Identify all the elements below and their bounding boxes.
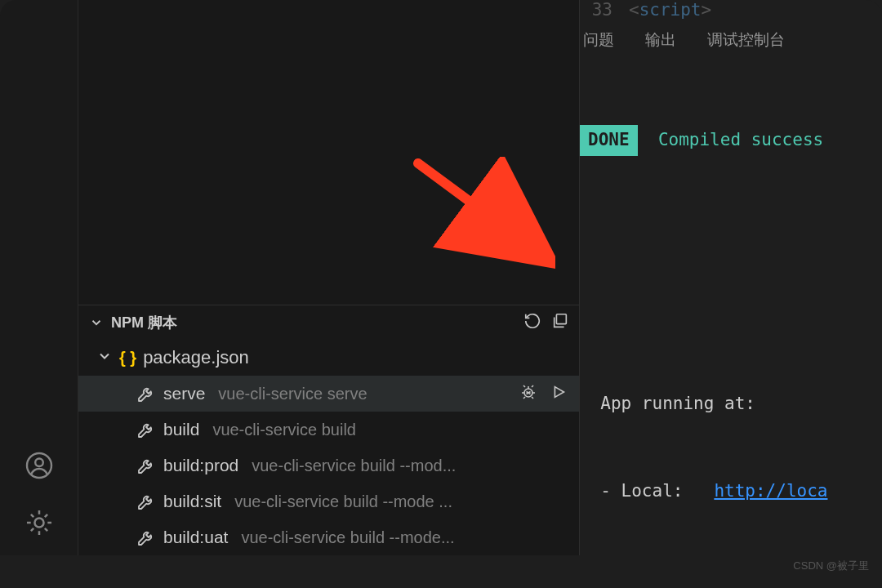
- local-url[interactable]: http://loca: [714, 481, 827, 501]
- json-icon: { }: [119, 349, 136, 368]
- collapse-all-icon[interactable]: [551, 312, 569, 334]
- package-json-file[interactable]: { } package.json: [78, 340, 579, 376]
- script-row-build-sit[interactable]: build:sitvue-cli-service build --mode ..…: [78, 483, 579, 519]
- wrench-icon: [136, 383, 157, 404]
- script-row-build-prod[interactable]: build:prodvue-cli-service build --mod...: [78, 448, 579, 483]
- script-row-build[interactable]: buildvue-cli-service build: [78, 412, 579, 448]
- explorer-empty: [78, 0, 579, 305]
- terminal-output: DONE Compiled success App running at: - …: [580, 60, 882, 555]
- svg-point-2: [34, 518, 43, 527]
- wrench-icon: [136, 419, 157, 440]
- done-badge: DONE: [580, 125, 638, 156]
- debug-icon[interactable]: [519, 382, 538, 406]
- npm-panel-title: NPM 脚本: [111, 313, 517, 332]
- chevron-down-icon: [96, 348, 113, 368]
- app-running-label: App running at:: [600, 394, 755, 413]
- script-name: build:uat: [163, 528, 228, 547]
- tab-output[interactable]: 输出: [645, 29, 676, 51]
- script-name: build: [163, 420, 199, 439]
- svg-point-1: [35, 458, 43, 466]
- chevron-down-icon: [88, 315, 105, 330]
- script-row-serve[interactable]: servevue-cli-service serve: [78, 376, 579, 412]
- tab-debug-console[interactable]: 调试控制台: [707, 29, 785, 51]
- wrench-icon: [136, 455, 157, 476]
- refresh-icon[interactable]: [523, 312, 541, 334]
- svg-rect-3: [556, 314, 566, 323]
- script-command: vue-cli-service serve: [218, 385, 367, 403]
- settings-gear-icon[interactable]: [23, 506, 56, 539]
- script-name: serve: [163, 384, 205, 403]
- accounts-icon[interactable]: [23, 449, 56, 482]
- code-line: 33 <script>: [580, 0, 882, 20]
- panel-tabs: 问题 输出 调试控制台: [580, 20, 882, 60]
- wrench-icon: [136, 491, 157, 512]
- play-icon[interactable]: [550, 383, 568, 405]
- npm-scripts-panel: NPM 脚本 { } package.json servevue-cli-s: [78, 305, 579, 555]
- local-label: - Local:: [600, 481, 714, 501]
- script-command: vue-cli-service build --mode...: [241, 528, 454, 547]
- npm-panel-header[interactable]: NPM 脚本: [78, 305, 579, 340]
- script-command: vue-cli-service build --mode ...: [234, 492, 452, 511]
- tab-problems[interactable]: 问题: [583, 29, 614, 51]
- file-name: package.json: [143, 347, 249, 368]
- script-command: vue-cli-service build: [212, 421, 356, 439]
- script-name: build:sit: [163, 492, 221, 511]
- activity-bar: [0, 0, 78, 555]
- editor-area: 33 <script> 问题 输出 调试控制台 DONE Compiled su…: [580, 0, 882, 555]
- line-number: 33: [585, 0, 629, 20]
- sidebar: NPM 脚本 { } package.json servevue-cli-s: [78, 0, 580, 555]
- script-name: build:prod: [163, 456, 238, 475]
- wrench-icon: [136, 527, 157, 548]
- watermark: CSDN @被子里: [793, 559, 869, 573]
- script-row-build-uat[interactable]: build:uatvue-cli-service build --mode...: [78, 519, 579, 555]
- script-command: vue-cli-service build --mod...: [252, 457, 456, 475]
- compiled-text: Compiled success: [658, 130, 823, 149]
